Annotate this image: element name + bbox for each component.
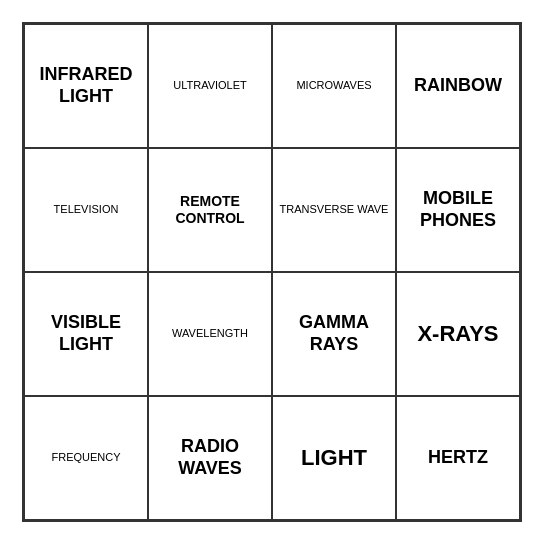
bingo-cell-r2c0: VISIBLE LIGHT xyxy=(24,272,148,396)
cell-text-r1c2: TRANSVERSE WAVE xyxy=(280,203,389,216)
cell-text-r2c1: WAVELENGTH xyxy=(172,327,248,340)
bingo-cell-r3c0: FREQUENCY xyxy=(24,396,148,520)
cell-text-r3c3: HERTZ xyxy=(428,447,488,469)
cell-text-r1c0: TELEVISION xyxy=(54,203,119,216)
cell-text-r0c1: ULTRAVIOLET xyxy=(173,79,247,92)
bingo-cell-r1c0: TELEVISION xyxy=(24,148,148,272)
cell-text-r3c2: LIGHT xyxy=(301,445,367,471)
bingo-cell-r1c2: TRANSVERSE WAVE xyxy=(272,148,396,272)
cell-text-r1c1: REMOTE CONTROL xyxy=(155,193,265,227)
bingo-cell-r0c3: RAINBOW xyxy=(396,24,520,148)
cell-text-r0c0: INFRARED LIGHT xyxy=(31,64,141,107)
cell-text-r2c3: X-RAYS xyxy=(417,321,498,347)
bingo-cell-r3c2: LIGHT xyxy=(272,396,396,520)
cell-text-r3c0: FREQUENCY xyxy=(51,451,120,464)
bingo-board: INFRARED LIGHTULTRAVIOLETMICROWAVESRAINB… xyxy=(22,22,522,522)
bingo-cell-r1c1: REMOTE CONTROL xyxy=(148,148,272,272)
bingo-cell-r0c2: MICROWAVES xyxy=(272,24,396,148)
bingo-cell-r2c2: GAMMA RAYS xyxy=(272,272,396,396)
bingo-cell-r2c1: WAVELENGTH xyxy=(148,272,272,396)
bingo-cell-r3c1: RADIO WAVES xyxy=(148,396,272,520)
bingo-cell-r3c3: HERTZ xyxy=(396,396,520,520)
cell-text-r1c3: MOBILE PHONES xyxy=(403,188,513,231)
cell-text-r0c2: MICROWAVES xyxy=(296,79,371,92)
bingo-cell-r0c1: ULTRAVIOLET xyxy=(148,24,272,148)
cell-text-r2c0: VISIBLE LIGHT xyxy=(31,312,141,355)
bingo-cell-r0c0: INFRARED LIGHT xyxy=(24,24,148,148)
bingo-cell-r2c3: X-RAYS xyxy=(396,272,520,396)
cell-text-r2c2: GAMMA RAYS xyxy=(279,312,389,355)
cell-text-r0c3: RAINBOW xyxy=(414,75,502,97)
bingo-cell-r1c3: MOBILE PHONES xyxy=(396,148,520,272)
cell-text-r3c1: RADIO WAVES xyxy=(155,436,265,479)
